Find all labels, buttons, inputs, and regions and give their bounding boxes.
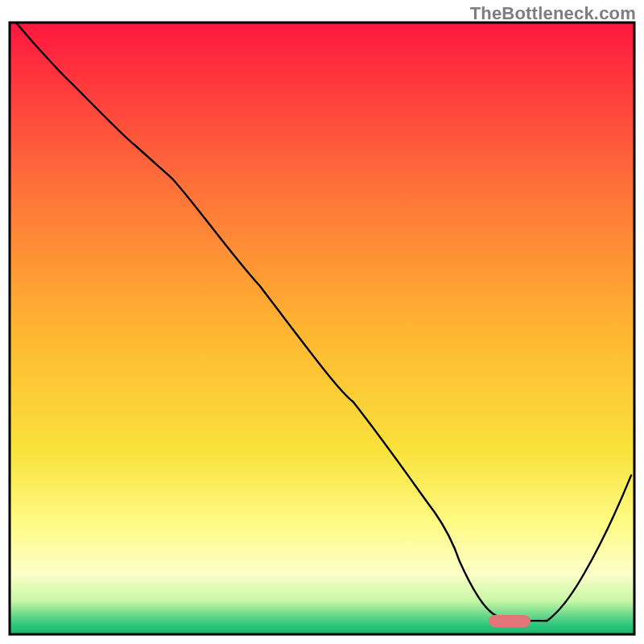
optimal-range-marker bbox=[489, 615, 530, 627]
bottleneck-chart bbox=[0, 0, 644, 644]
chart-container: TheBottleneck.com bbox=[0, 0, 644, 644]
watermark-text: TheBottleneck.com bbox=[470, 3, 636, 24]
